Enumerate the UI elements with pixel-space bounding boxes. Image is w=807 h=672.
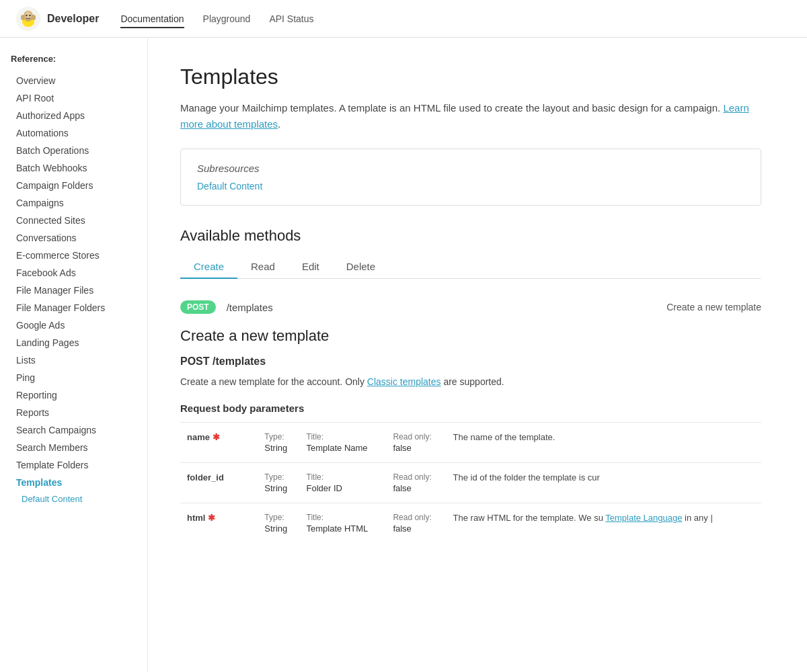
method-row: POST /templates Create a new template (180, 292, 761, 322)
svg-point-6 (21, 15, 25, 20)
sidebar-item-authorized-apps[interactable]: Authorized Apps (11, 107, 147, 124)
svg-point-7 (32, 15, 36, 20)
sidebar-item-templates[interactable]: Templates (11, 474, 147, 491)
sidebar-item-search-campaigns[interactable]: Search Campaigns (11, 421, 147, 439)
sidebar-item-ecommerce-stores[interactable]: E-commerce Stores (11, 247, 147, 264)
brand-name: Developer (47, 13, 99, 25)
param-title-name: Title: Template Name (300, 423, 387, 463)
param-required-html: ✱ (208, 513, 215, 523)
param-row-folder-id: folder_id Type: String Title: Folder ID … (180, 463, 761, 503)
sidebar-item-batch-operations[interactable]: Batch Operations (11, 142, 147, 159)
methods-tabs: Create Read Edit Delete (180, 255, 761, 279)
sidebar-item-ping[interactable]: Ping (11, 369, 147, 386)
param-name-name: name ✱ (180, 423, 258, 463)
sidebar-item-file-manager-files[interactable]: File Manager Files (11, 282, 147, 299)
sidebar-item-campaign-folders[interactable]: Campaign Folders (11, 177, 147, 194)
sidebar-item-reports[interactable]: Reports (11, 404, 147, 421)
sidebar-item-connected-sites[interactable]: Connected Sites (11, 212, 147, 229)
method-path: /templates (227, 302, 273, 313)
sidebar-item-landing-pages[interactable]: Landing Pages (11, 334, 147, 351)
param-name-folder-id: folder_id (180, 463, 258, 503)
sidebar-item-automations[interactable]: Automations (11, 124, 147, 142)
sidebar-item-search-members[interactable]: Search Members (11, 439, 147, 456)
svg-point-5 (29, 14, 30, 15)
tab-delete[interactable]: Delete (333, 255, 389, 279)
post-line: POST /templates (180, 355, 761, 368)
main-content: Templates Manage your Mailchimp template… (148, 38, 794, 672)
sidebar-section-title: Reference: (11, 54, 147, 64)
mailchimp-logo (16, 7, 40, 31)
param-required-name: ✱ (213, 432, 220, 442)
param-row-html: html ✱ Type: String Title: Template HTML… (180, 503, 761, 544)
sidebar-item-file-manager-folders[interactable]: File Manager Folders (11, 299, 147, 317)
tab-read[interactable]: Read (237, 255, 289, 279)
template-language-link[interactable]: Template Language (605, 513, 682, 523)
sidebar-item-reporting[interactable]: Reporting (11, 386, 147, 404)
param-type-folder-id: Type: String (258, 463, 299, 503)
brand: Developer (16, 7, 99, 31)
method-badge: POST (180, 300, 216, 314)
param-type-html: Type: String (258, 503, 299, 544)
tab-create[interactable]: Create (180, 255, 237, 279)
svg-point-4 (26, 14, 27, 15)
top-nav-links: Documentation Playground API Status (120, 13, 313, 24)
available-methods-heading: Available methods (180, 227, 761, 245)
sidebar-item-facebook-ads[interactable]: Facebook Ads (11, 264, 147, 282)
create-section-heading: Create a new template (180, 327, 761, 345)
sidebar-item-google-ads[interactable]: Google Ads (11, 317, 147, 334)
param-readonly-folder-id: Read only: false (386, 463, 446, 503)
tab-edit[interactable]: Edit (289, 255, 333, 279)
sidebar-sub-item-default-content[interactable]: Default Content (11, 491, 147, 507)
param-readonly-html: Read only: false (386, 503, 446, 544)
param-desc-folder-id: The id of the folder the template is cur (447, 463, 761, 503)
param-desc-html: The raw HTML for the template. We su Tem… (447, 503, 761, 544)
sidebar-item-api-root[interactable]: API Root (11, 89, 147, 107)
page-description: Manage your Mailchimp templates. A templ… (180, 100, 761, 132)
post-description: Create a new template for the account. O… (180, 374, 761, 389)
nav-documentation[interactable]: Documentation (120, 13, 184, 24)
top-nav: Developer Documentation Playground API S… (0, 0, 807, 38)
param-name-html: html ✱ (180, 503, 258, 544)
params-table: name ✱ Type: String Title: Template Name… (180, 422, 761, 543)
description-text: Manage your Mailchimp templates. A templ… (180, 102, 720, 114)
params-heading: Request body parameters (180, 403, 761, 414)
subresources-title: Subresources (197, 163, 744, 174)
sidebar-item-batch-webhooks[interactable]: Batch Webhooks (11, 159, 147, 177)
param-title-html: Title: Template HTML (300, 503, 387, 544)
method-row-description: Create a new template (666, 302, 761, 312)
sidebar-item-campaigns[interactable]: Campaigns (11, 194, 147, 212)
sidebar-item-lists[interactable]: Lists (11, 351, 147, 369)
subresources-box: Subresources Default Content (180, 149, 761, 206)
layout: Reference: Overview API Root Authorized … (0, 38, 807, 672)
sidebar-item-overview[interactable]: Overview (11, 72, 147, 89)
page-title: Templates (180, 65, 761, 89)
subresources-link-default-content[interactable]: Default Content (197, 181, 262, 192)
param-type-name: Type: String (258, 423, 299, 463)
sidebar-item-conversations[interactable]: Conversations (11, 229, 147, 247)
param-row-name: name ✱ Type: String Title: Template Name… (180, 423, 761, 463)
param-desc-name: The name of the template. (447, 423, 761, 463)
param-title-folder-id: Title: Folder ID (300, 463, 387, 503)
sidebar: Reference: Overview API Root Authorized … (0, 38, 148, 672)
param-readonly-name: Read only: false (386, 423, 446, 463)
sidebar-item-template-folders[interactable]: Template Folders (11, 456, 147, 474)
classic-templates-link[interactable]: Classic templates (367, 376, 441, 387)
nav-api-status[interactable]: API Status (269, 13, 313, 24)
nav-playground[interactable]: Playground (203, 13, 251, 24)
